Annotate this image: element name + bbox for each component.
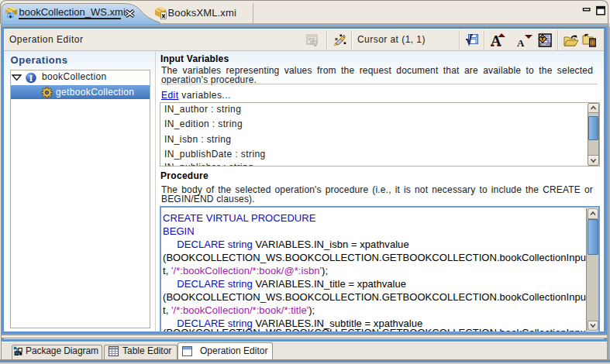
svg-text:A: A (517, 37, 525, 48)
svg-text:I: I (29, 74, 33, 83)
